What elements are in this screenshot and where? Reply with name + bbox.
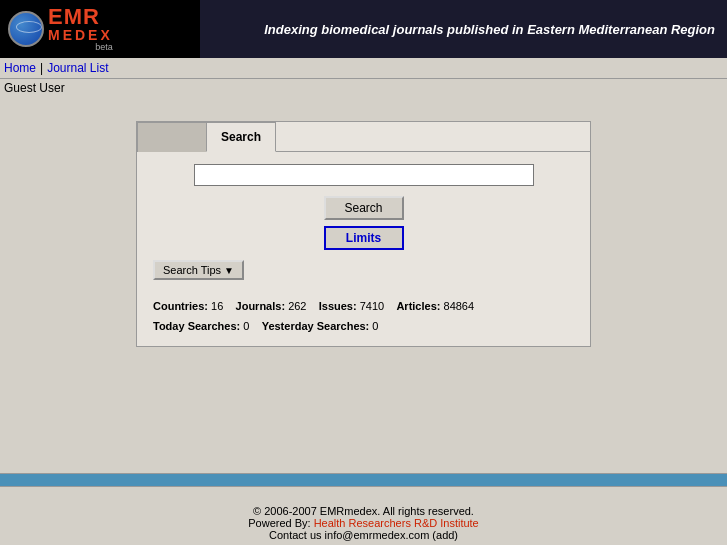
yesterday-searches-label: Yesterday Searches: [262, 320, 370, 332]
bottom-space [20, 357, 707, 457]
nav-separator: | [40, 61, 43, 75]
logo: EMR MEDEX beta [8, 6, 113, 52]
tagline-text: Indexing biomedical journals published i… [264, 22, 715, 37]
limits-button[interactable]: Limits [324, 226, 404, 250]
search-tips-label: Search Tips [163, 264, 221, 276]
contact-text: Contact us info@emrmedex.com (add) [0, 529, 727, 541]
tab-label: Search [221, 130, 261, 144]
search-tab[interactable]: Search [206, 122, 276, 152]
countries-label: Countries: [153, 300, 208, 312]
logo-area: EMR MEDEX beta [0, 0, 200, 58]
search-button[interactable]: Search [324, 196, 404, 220]
today-searches-label: Today Searches: [153, 320, 240, 332]
emr-text: EMR [48, 6, 113, 28]
search-panel: Search Search Limits Search Tips ▼ Count… [136, 121, 591, 347]
yesterday-searches-value: 0 [372, 320, 378, 332]
issues-value: 7410 [360, 300, 384, 312]
powered-link[interactable]: Health Researchers R&D Institute [314, 517, 479, 529]
articles-label: Articles: [396, 300, 440, 312]
articles-value: 84864 [444, 300, 475, 312]
stats-row-2: Today Searches: 0 Yesterday Searches: 0 [137, 316, 590, 336]
navbar: Home | Journal List [0, 58, 727, 79]
tab-line [276, 122, 590, 152]
search-tips-button[interactable]: Search Tips ▼ [153, 260, 244, 280]
footer-bar [0, 473, 727, 487]
footer: © 2006-2007 EMRmedex. All rights reserve… [0, 495, 727, 545]
header: EMR MEDEX beta Indexing biomedical journ… [0, 0, 727, 58]
beta-label: beta [48, 42, 113, 52]
journal-list-link[interactable]: Journal List [47, 61, 108, 75]
home-link[interactable]: Home [4, 61, 36, 75]
copyright-text: © 2006-2007 EMRmedex. All rights reserve… [0, 505, 727, 517]
main-content: Search Search Limits Search Tips ▼ Count… [0, 101, 727, 467]
inactive-tab[interactable] [137, 122, 207, 152]
search-body: Search Limits Search Tips ▼ [137, 152, 590, 296]
countries-value: 16 [211, 300, 223, 312]
tagline-area: Indexing biomedical journals published i… [200, 0, 727, 58]
tips-arrow-icon: ▼ [224, 265, 234, 276]
logo-text: EMR MEDEX beta [48, 6, 113, 52]
search-tips-area: Search Tips ▼ [153, 260, 244, 280]
search-input[interactable] [194, 164, 534, 186]
powered-by-label: Powered By: [248, 517, 310, 529]
tab-row: Search [137, 122, 590, 152]
powered-by: Powered By: Health Researchers R&D Insti… [0, 517, 727, 529]
medex-text: MEDEX [48, 28, 113, 42]
today-searches-value: 0 [243, 320, 249, 332]
userbar: Guest User [0, 79, 727, 101]
journals-value: 262 [288, 300, 306, 312]
user-label: Guest User [4, 81, 65, 95]
globe-icon [8, 11, 44, 47]
issues-label: Issues: [319, 300, 357, 312]
journals-label: Journals: [236, 300, 286, 312]
stats-row-1: Countries: 16 Journals: 262 Issues: 7410… [137, 296, 590, 316]
